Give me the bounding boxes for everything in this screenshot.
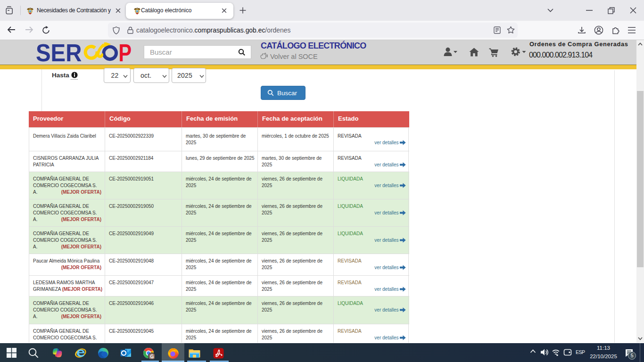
svg-text:P: P: [119, 42, 132, 64]
svg-text:SER: SER: [36, 42, 82, 64]
svg-text:G: G: [150, 354, 154, 359]
